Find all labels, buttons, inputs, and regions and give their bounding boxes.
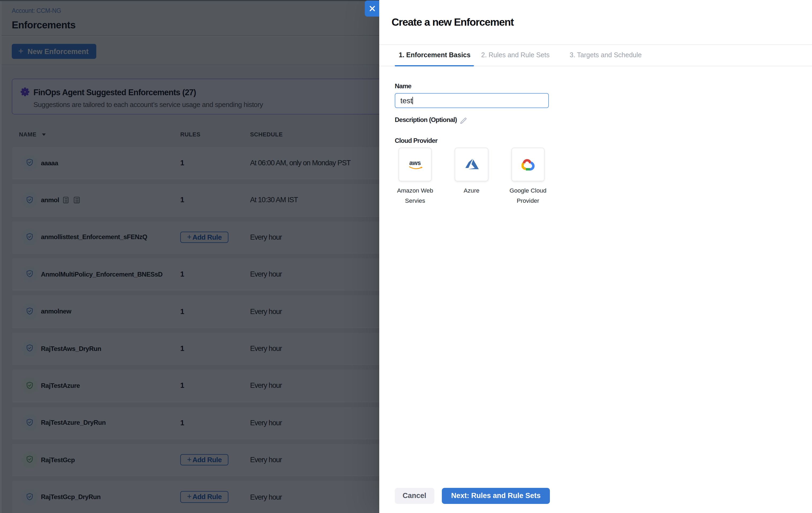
svg-text:aws: aws <box>409 160 420 166</box>
